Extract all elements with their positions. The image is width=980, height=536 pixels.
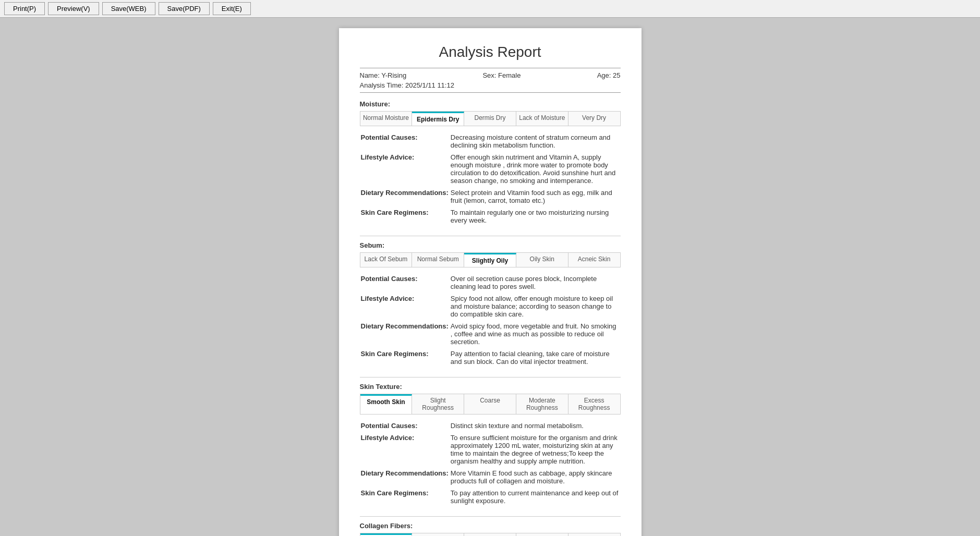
table-row: Skin Care Regimens:Pay attention to faci…	[360, 348, 621, 368]
sex-field: Sex: Female	[482, 71, 521, 79]
skin-texture-tabs: Smooth SkinSlight RoughnessCoarseModerat…	[360, 394, 621, 415]
report-title: Analysis Report	[360, 44, 621, 60]
tab-normal-sebum[interactable]: Normal Sebum	[412, 253, 464, 267]
age-field: Age: 25	[597, 71, 621, 79]
row-key: Potential Causes:	[360, 131, 450, 151]
row-value: Over oil secretion cause pores block, In…	[450, 273, 621, 293]
tab-acneic-skin[interactable]: Acneic Skin	[568, 253, 620, 267]
tab-normal-moisture[interactable]: Normal Moisture	[360, 112, 413, 126]
report-meta: Name: Y-Rising Sex: Female Age: 25 Analy…	[360, 68, 621, 93]
moisture-tabs: Normal MoistureEpidermis DryDermis DryLa…	[360, 111, 621, 126]
collagen-tabs: Normal CollagenModerate LoosenessSlightl…	[360, 533, 621, 536]
tab-normal-collagen[interactable]: Normal Collagen	[360, 533, 413, 536]
row-value: Pay attention to facial cleaning, take c…	[450, 348, 621, 368]
row-value: Offer enough skin nutriment and Vitamin …	[450, 151, 621, 187]
row-key: Skin Care Regimens:	[360, 348, 450, 368]
row-key: Skin Care Regimens:	[360, 206, 450, 226]
table-row: Potential Causes:Distinct skin texture a…	[360, 420, 621, 432]
moisture-label: Moisture:	[360, 100, 621, 108]
tab-slight-roughness[interactable]: Slight Roughness	[412, 394, 464, 414]
table-row: Dietary Recommendations:Avoid spicy food…	[360, 320, 621, 348]
save-pdf-button[interactable]: Save(PDF)	[159, 2, 210, 15]
tab-oily-skin[interactable]: Oily Skin	[516, 253, 568, 267]
collagen-label: Collagen Fibers:	[360, 522, 621, 530]
table-row: Potential Causes:Decreasing moisture con…	[360, 131, 621, 151]
collagen-section: Collagen Fibers: Normal CollagenModerate…	[360, 522, 621, 536]
tab-excess-roughness[interactable]: Excess Roughness	[568, 394, 620, 414]
analysis-time-field: Analysis Time: 2025/1/11 11:12	[360, 81, 454, 89]
table-row: Dietary Recommendations:Select protein a…	[360, 187, 621, 206]
row-key: Potential Causes:	[360, 420, 450, 432]
sebum-section: Sebum: Lack Of SebumNormal SebumSlightly…	[360, 241, 621, 368]
row-value: To pay attention to current maintenance …	[450, 487, 621, 507]
print-button[interactable]: Print(P)	[4, 2, 45, 15]
table-row: Potential Causes:Over oil secretion caus…	[360, 273, 621, 293]
table-row: Lifestyle Advice:Spicy food not allow, o…	[360, 293, 621, 320]
meta-row-1: Name: Y-Rising Sex: Female Age: 25	[360, 71, 621, 79]
row-key: Lifestyle Advice:	[360, 151, 450, 187]
row-key: Dietary Recommendations:	[360, 467, 450, 487]
table-row: Skin Care Regimens:To pay attention to c…	[360, 487, 621, 507]
tab-epidermis-dry[interactable]: Epidermis Dry	[412, 112, 464, 126]
table-row: Lifestyle Advice:To ensure sufficient mo…	[360, 432, 621, 467]
tab-lack-of-sebum[interactable]: Lack Of Sebum	[360, 253, 413, 267]
row-value: Spicy food not allow, offer enough moist…	[450, 293, 621, 320]
tab-slightly-loose[interactable]: Slightly Loose	[464, 533, 516, 536]
moisture-section: Moisture: Normal MoistureEpidermis DryDe…	[360, 100, 621, 226]
save-web-button[interactable]: Save(WEB)	[102, 2, 155, 15]
table-row: Lifestyle Advice:Offer enough skin nutri…	[360, 151, 621, 187]
row-key: Dietary Recommendations:	[360, 187, 450, 206]
row-value: Distinct skin texture and normal metabol…	[450, 420, 621, 432]
report-container: Analysis Report Name: Y-Rising Sex: Fema…	[339, 28, 642, 536]
tab-dermis-dry[interactable]: Dermis Dry	[464, 112, 516, 126]
skin-texture-section: Skin Texture: Smooth SkinSlight Roughnes…	[360, 383, 621, 507]
row-value: Select protein and Vitamin food such as …	[450, 187, 621, 206]
tab-slightly-oily[interactable]: Slightly Oily	[464, 253, 516, 267]
row-key: Dietary Recommendations:	[360, 320, 450, 348]
row-key: Skin Care Regimens:	[360, 487, 450, 507]
skin-texture-table: Potential Causes:Distinct skin texture a…	[360, 420, 621, 507]
moisture-table: Potential Causes:Decreasing moisture con…	[360, 131, 621, 226]
tab-very-dry[interactable]: Very Dry	[568, 112, 620, 126]
meta-row-2: Analysis Time: 2025/1/11 11:12	[360, 81, 621, 89]
page-wrapper: Analysis Report Name: Y-Rising Sex: Fema…	[0, 18, 980, 536]
sebum-label: Sebum:	[360, 241, 621, 249]
tab-moderate-looseness[interactable]: Moderate Looseness	[412, 533, 464, 536]
tab-coarse[interactable]: Coarse	[464, 394, 516, 414]
row-key: Lifestyle Advice:	[360, 293, 450, 320]
tab-excessive-looseness[interactable]: Excessive Looseness	[568, 533, 620, 536]
tab-lack-of-moisture[interactable]: Lack of Moisture	[516, 112, 568, 126]
table-row: Dietary Recommendations:More Vitamin E f…	[360, 467, 621, 487]
tab-moderate-roughness[interactable]: Moderate Roughness	[516, 394, 568, 414]
sebum-tabs: Lack Of SebumNormal SebumSlightly OilyOi…	[360, 252, 621, 267]
table-row: Skin Care Regimens:To maintain regularly…	[360, 206, 621, 226]
name-field: Name: Y-Rising	[360, 71, 407, 79]
sebum-table: Potential Causes:Over oil secretion caus…	[360, 273, 621, 368]
row-value: To maintain regularly one or two moistur…	[450, 206, 621, 226]
preview-button[interactable]: Preview(V)	[48, 2, 99, 15]
row-key: Lifestyle Advice:	[360, 432, 450, 467]
tab-loose-skin[interactable]: Loose Skin	[516, 533, 568, 536]
row-value: To ensure sufficient moisture for the or…	[450, 432, 621, 467]
row-value: Avoid spicy food, more vegetable and fru…	[450, 320, 621, 348]
toolbar: Print(P)Preview(V)Save(WEB)Save(PDF)Exit…	[0, 0, 980, 18]
skin-texture-label: Skin Texture:	[360, 383, 621, 391]
tab-smooth-skin[interactable]: Smooth Skin	[360, 394, 413, 414]
row-value: Decreasing moisture content of stratum c…	[450, 131, 621, 151]
exit-button[interactable]: Exit(E)	[213, 2, 251, 15]
row-key: Potential Causes:	[360, 273, 450, 293]
row-value: More Vitamin E food such as cabbage, app…	[450, 467, 621, 487]
